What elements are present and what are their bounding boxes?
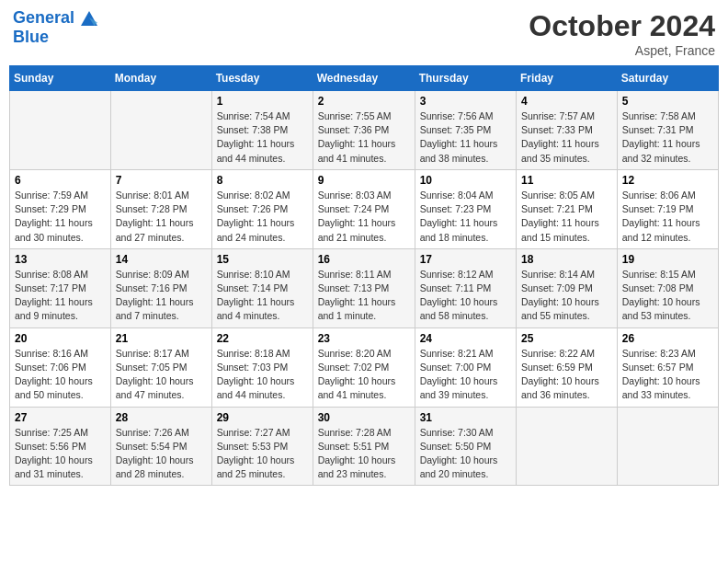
day-info: Sunrise: 7:54 AMSunset: 7:38 PMDaylight:… xyxy=(217,109,308,166)
calendar-cell: 22Sunrise: 8:18 AMSunset: 7:03 PMDayligh… xyxy=(211,327,313,407)
weekday-header: Monday xyxy=(110,66,211,91)
calendar-cell: 21Sunrise: 8:17 AMSunset: 7:05 PMDayligh… xyxy=(110,327,211,407)
weekday-header: Wednesday xyxy=(313,66,415,91)
day-number: 30 xyxy=(318,411,410,424)
day-info: Sunrise: 8:01 AMSunset: 7:28 PMDaylight:… xyxy=(116,189,207,245)
day-number: 31 xyxy=(420,411,511,424)
day-number: 2 xyxy=(318,95,410,108)
day-number: 29 xyxy=(217,411,308,424)
day-number: 10 xyxy=(420,174,511,187)
calendar-cell: 27Sunrise: 7:25 AMSunset: 5:56 PMDayligh… xyxy=(10,407,111,486)
weekday-header: Thursday xyxy=(415,66,516,91)
day-number: 28 xyxy=(116,411,207,424)
calendar-cell: 29Sunrise: 7:27 AMSunset: 5:53 PMDayligh… xyxy=(211,407,313,486)
day-info: Sunrise: 8:02 AMSunset: 7:26 PMDaylight:… xyxy=(217,189,308,245)
calendar-cell xyxy=(10,91,111,170)
logo: General Blue xyxy=(13,9,97,47)
calendar-week-row: 13Sunrise: 8:08 AMSunset: 7:17 PMDayligh… xyxy=(10,248,719,327)
day-number: 17 xyxy=(420,253,511,266)
calendar-cell xyxy=(617,407,718,486)
day-number: 5 xyxy=(622,95,713,108)
calendar-cell: 15Sunrise: 8:10 AMSunset: 7:14 PMDayligh… xyxy=(211,248,313,327)
calendar-week-row: 6Sunrise: 7:59 AMSunset: 7:29 PMDaylight… xyxy=(10,169,719,248)
day-number: 14 xyxy=(116,253,207,266)
weekday-header: Tuesday xyxy=(211,66,313,91)
day-info: Sunrise: 8:08 AMSunset: 7:17 PMDaylight:… xyxy=(15,268,106,324)
day-info: Sunrise: 8:15 AMSunset: 7:08 PMDaylight:… xyxy=(622,268,713,324)
calendar-cell: 5Sunrise: 7:58 AMSunset: 7:31 PMDaylight… xyxy=(617,91,718,170)
day-number: 23 xyxy=(318,332,410,345)
logo-blue: Blue xyxy=(13,28,97,47)
day-info: Sunrise: 8:06 AMSunset: 7:19 PMDaylight:… xyxy=(622,189,713,245)
day-info: Sunrise: 8:21 AMSunset: 7:00 PMDaylight:… xyxy=(420,347,511,403)
calendar-cell: 20Sunrise: 8:16 AMSunset: 7:06 PMDayligh… xyxy=(10,327,111,407)
day-number: 24 xyxy=(420,332,511,345)
day-info: Sunrise: 7:55 AMSunset: 7:36 PMDaylight:… xyxy=(318,109,410,166)
calendar-cell: 11Sunrise: 8:05 AMSunset: 7:21 PMDayligh… xyxy=(517,169,618,248)
calendar-cell: 23Sunrise: 8:20 AMSunset: 7:02 PMDayligh… xyxy=(313,327,415,407)
day-info: Sunrise: 8:12 AMSunset: 7:11 PMDaylight:… xyxy=(420,268,511,324)
calendar-cell: 10Sunrise: 8:04 AMSunset: 7:23 PMDayligh… xyxy=(415,169,516,248)
month-title: October 2024 xyxy=(529,9,715,43)
day-number: 13 xyxy=(15,253,106,266)
weekday-header: Saturday xyxy=(617,66,718,91)
day-info: Sunrise: 8:11 AMSunset: 7:13 PMDaylight:… xyxy=(318,268,410,324)
calendar-cell: 3Sunrise: 7:56 AMSunset: 7:35 PMDaylight… xyxy=(415,91,516,170)
day-info: Sunrise: 7:26 AMSunset: 5:54 PMDaylight:… xyxy=(116,426,207,482)
day-number: 18 xyxy=(521,253,612,266)
calendar-cell: 28Sunrise: 7:26 AMSunset: 5:54 PMDayligh… xyxy=(110,407,211,486)
calendar-table: SundayMondayTuesdayWednesdayThursdayFrid… xyxy=(9,65,719,486)
calendar-cell: 14Sunrise: 8:09 AMSunset: 7:16 PMDayligh… xyxy=(110,248,211,327)
day-number: 16 xyxy=(318,253,410,266)
calendar-cell xyxy=(110,91,211,170)
calendar-cell: 2Sunrise: 7:55 AMSunset: 7:36 PMDaylight… xyxy=(313,91,415,170)
weekday-header-row: SundayMondayTuesdayWednesdayThursdayFrid… xyxy=(10,66,719,91)
day-info: Sunrise: 8:23 AMSunset: 6:57 PMDaylight:… xyxy=(622,347,713,403)
calendar-cell: 9Sunrise: 8:03 AMSunset: 7:24 PMDaylight… xyxy=(313,169,415,248)
logo-text: General xyxy=(13,9,97,28)
day-info: Sunrise: 8:17 AMSunset: 7:05 PMDaylight:… xyxy=(116,347,207,403)
day-info: Sunrise: 7:25 AMSunset: 5:56 PMDaylight:… xyxy=(15,426,106,482)
calendar-cell: 18Sunrise: 8:14 AMSunset: 7:09 PMDayligh… xyxy=(517,248,618,327)
calendar-cell: 6Sunrise: 7:59 AMSunset: 7:29 PMDaylight… xyxy=(10,169,111,248)
day-number: 21 xyxy=(116,332,207,345)
day-number: 26 xyxy=(622,332,713,345)
day-number: 8 xyxy=(217,174,308,187)
day-number: 22 xyxy=(217,332,308,345)
location: Aspet, France xyxy=(529,43,715,58)
day-number: 20 xyxy=(15,332,106,345)
calendar-week-row: 1Sunrise: 7:54 AMSunset: 7:38 PMDaylight… xyxy=(10,91,719,170)
calendar-cell: 17Sunrise: 8:12 AMSunset: 7:11 PMDayligh… xyxy=(415,248,516,327)
day-info: Sunrise: 8:16 AMSunset: 7:06 PMDaylight:… xyxy=(15,347,106,403)
day-info: Sunrise: 8:14 AMSunset: 7:09 PMDaylight:… xyxy=(521,268,612,324)
title-area: October 2024 Aspet, France xyxy=(529,9,715,58)
day-number: 11 xyxy=(521,174,612,187)
calendar-cell: 4Sunrise: 7:57 AMSunset: 7:33 PMDaylight… xyxy=(517,91,618,170)
day-info: Sunrise: 8:05 AMSunset: 7:21 PMDaylight:… xyxy=(521,189,612,245)
day-number: 6 xyxy=(15,174,106,187)
page-header: General Blue October 2024 Aspet, France xyxy=(9,9,719,58)
day-info: Sunrise: 7:56 AMSunset: 7:35 PMDaylight:… xyxy=(420,109,511,166)
day-info: Sunrise: 8:18 AMSunset: 7:03 PMDaylight:… xyxy=(217,347,308,403)
day-number: 4 xyxy=(521,95,612,108)
calendar-cell: 8Sunrise: 8:02 AMSunset: 7:26 PMDaylight… xyxy=(211,169,313,248)
calendar-cell: 1Sunrise: 7:54 AMSunset: 7:38 PMDaylight… xyxy=(211,91,313,170)
day-number: 9 xyxy=(318,174,410,187)
day-info: Sunrise: 7:28 AMSunset: 5:51 PMDaylight:… xyxy=(318,426,410,482)
day-number: 25 xyxy=(521,332,612,345)
day-number: 15 xyxy=(217,253,308,266)
calendar-week-row: 27Sunrise: 7:25 AMSunset: 5:56 PMDayligh… xyxy=(10,407,719,486)
calendar-cell: 13Sunrise: 8:08 AMSunset: 7:17 PMDayligh… xyxy=(10,248,111,327)
day-info: Sunrise: 8:03 AMSunset: 7:24 PMDaylight:… xyxy=(318,189,410,245)
day-info: Sunrise: 8:20 AMSunset: 7:02 PMDaylight:… xyxy=(318,347,410,403)
calendar-cell: 25Sunrise: 8:22 AMSunset: 6:59 PMDayligh… xyxy=(517,327,618,407)
day-number: 19 xyxy=(622,253,713,266)
day-info: Sunrise: 7:27 AMSunset: 5:53 PMDaylight:… xyxy=(217,426,308,482)
calendar-cell: 31Sunrise: 7:30 AMSunset: 5:50 PMDayligh… xyxy=(415,407,516,486)
day-number: 27 xyxy=(15,411,106,424)
calendar-cell: 19Sunrise: 8:15 AMSunset: 7:08 PMDayligh… xyxy=(617,248,718,327)
day-info: Sunrise: 8:09 AMSunset: 7:16 PMDaylight:… xyxy=(116,268,207,324)
calendar-cell: 24Sunrise: 8:21 AMSunset: 7:00 PMDayligh… xyxy=(415,327,516,407)
calendar-cell: 30Sunrise: 7:28 AMSunset: 5:51 PMDayligh… xyxy=(313,407,415,486)
calendar-cell: 12Sunrise: 8:06 AMSunset: 7:19 PMDayligh… xyxy=(617,169,718,248)
